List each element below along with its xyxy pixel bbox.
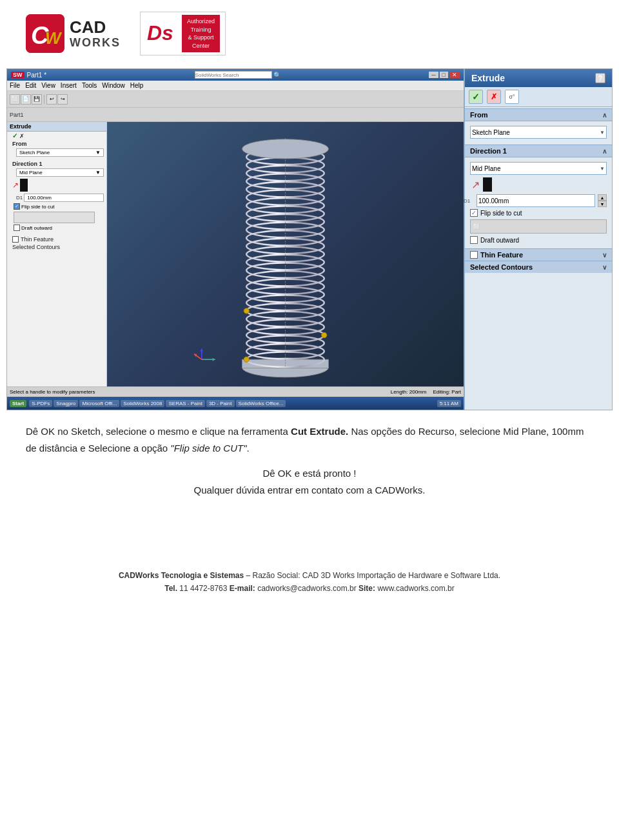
sw-panel-header: Extrude (7, 122, 106, 132)
selected-contours-expand-btn[interactable]: ∨ (602, 264, 607, 271)
extrude-cancel-btn[interactable]: ✗ (487, 90, 501, 104)
from-collapse-btn[interactable]: ∧ (602, 112, 607, 119)
thin-checkbox[interactable] (12, 236, 19, 243)
taskbar-item-5[interactable]: SERAS - Paint (166, 400, 204, 407)
footer-email: cadworks@cadworks.com.br (255, 584, 359, 593)
coordinate-axes (194, 349, 215, 361)
direction-dropdown[interactable]: Mid Plane ▼ (16, 168, 104, 177)
extrude-panel-title: Extrude ? (465, 69, 612, 87)
taskbar-time: 5:11 AM (437, 400, 461, 407)
taskbar-item-2[interactable]: Snagpro (54, 400, 78, 407)
value-input[interactable]: 100.00mm (24, 194, 104, 202)
thin-feature-expand-btn[interactable]: ∨ (602, 252, 607, 259)
spin-up-btn[interactable]: ▲ (598, 194, 607, 201)
toolbar-btn-4[interactable]: ↩ (46, 94, 57, 105)
direction-arrow-icon: ↗ (470, 179, 480, 190)
menu-tools[interactable]: Tools (82, 82, 97, 89)
sw-statusbar: Select a handle to modify parameters Len… (7, 386, 464, 397)
sw-toolbar-2: Part1 (7, 108, 464, 122)
footer-area: CADWorks Tecnologia e Sistemas – Razão S… (0, 505, 619, 608)
menu-insert[interactable]: Insert (61, 82, 77, 89)
taskbar-items: S-PDFs Snagpro Microsoft Offi... SolidWo… (29, 400, 434, 407)
draft-outward-label: Draft outward (480, 237, 519, 244)
toolbar-btn-2[interactable]: 📄 (21, 94, 31, 105)
footer-company-bold: CADWorks Tecnologia e Sistemas (119, 571, 244, 580)
footer-line2: Tel. 11 4472-8763 E-mail: cadworks@cadwo… (0, 582, 619, 595)
extrude-ok-btn[interactable]: ✓ (469, 90, 483, 104)
cw-icon: C W (26, 14, 64, 53)
toolbar-btn-3[interactable]: 💾 (32, 94, 42, 105)
para1-bold: Cut Extrude. (291, 426, 348, 437)
from-section-header: From ∧ (465, 108, 612, 121)
para1-part1: Dê OK no Sketch, selecione o mesmo e cli… (26, 426, 291, 437)
taskbar-item-3[interactable]: Microsoft Offi... (79, 400, 119, 407)
draft-checkbox[interactable] (14, 225, 20, 231)
menu-edit[interactable]: Edit (25, 82, 36, 89)
footer-site: www.cadworks.com.br (375, 584, 455, 593)
taskbar-item-4[interactable]: SolidWorks 2008 (121, 400, 164, 407)
sw-window: SW Part1 * 🔍 ─ □ ✕ File Edit View Insert… (7, 69, 464, 410)
solidworks-logo: Ds Authorized Training & Support Center (140, 12, 226, 55)
feature-draft: Draft outward (7, 224, 106, 232)
sketch-plane-row: Sketch Plane ▼ (470, 126, 607, 139)
taskbar-start[interactable]: Start (10, 400, 26, 407)
footer-tel-num: 11 4472-8763 (177, 584, 230, 593)
menu-window[interactable]: Window (102, 82, 125, 89)
from-dropdown[interactable]: Sketch Plane ▼ (16, 148, 104, 157)
sw-maximize-btn[interactable]: □ (440, 72, 448, 78)
selected-contours-label: Selected Contours (470, 263, 533, 271)
sw-close-btn[interactable]: ✕ (449, 72, 460, 78)
feature-flip: ✓ Flip side to cut (7, 203, 106, 210)
dimension-row: D1 100.00mm ▲ ▼ (470, 194, 607, 207)
menu-view[interactable]: View (41, 82, 55, 89)
sw-content: Extrude ✓ ✗ From Sketch Plane ▼ (7, 122, 464, 386)
taskbar-item-1[interactable]: S-PDFs (29, 400, 52, 407)
main-paragraph: Dê OK no Sketch, selecione o mesmo e cli… (26, 423, 593, 456)
extrude-settings-btn[interactable]: σ° (505, 90, 519, 104)
flip-side-checkbox[interactable]: ✓ (470, 209, 478, 217)
direction1-collapse-btn[interactable]: ∧ (602, 148, 607, 155)
thin-feature-checkbox[interactable] (470, 251, 478, 259)
toolbar-btn-1[interactable]: ⬜ (10, 94, 20, 105)
taskbar-item-7[interactable]: SolidWorks Office... (236, 400, 286, 407)
para2: Dê OK e está pronto ! Qualquer dúvida en… (26, 465, 593, 498)
from-section-content: Sketch Plane ▼ (465, 121, 612, 143)
footer-email-bold: E-mail: (230, 584, 255, 593)
spring-visualization (107, 122, 464, 386)
dimension-value[interactable]: 100.00mm (477, 194, 595, 207)
thin-feature-label: Thin Feature (480, 251, 523, 259)
status-text: Select a handle to modify parameters (10, 389, 95, 395)
draft-outward-checkbox[interactable] (470, 236, 478, 244)
svg-marker-41 (200, 349, 203, 352)
direction-color-block (483, 177, 492, 192)
feature-value: D1 100.00mm (7, 193, 106, 203)
spin-down-btn[interactable]: ▼ (598, 201, 607, 207)
sw-minimize-btn[interactable]: ─ (429, 72, 438, 78)
menu-file[interactable]: File (10, 82, 20, 89)
menu-help[interactable]: Help (130, 82, 144, 89)
feature-from: From (7, 140, 106, 148)
sw-search-box: 🔍 (195, 71, 281, 79)
page-header: C W CAD WORKS Ds Authorized Training & S… (0, 0, 619, 62)
selected-contours-section[interactable]: Selected Contours ∨ (465, 261, 612, 273)
thin-feature-section[interactable]: Thin Feature ∨ (465, 248, 612, 261)
value-row: ↗ (470, 177, 607, 192)
feature-sketch-plane: Sketch Plane ▼ (7, 148, 106, 157)
sketch-plane-dropdown[interactable]: Sketch Plane ▼ (470, 126, 607, 139)
para1-end: . (247, 443, 250, 454)
sw-logo-text: SW Part1 * (11, 72, 46, 79)
flip-checkbox[interactable]: ✓ (14, 203, 20, 210)
toolbar-btn-5[interactable]: ↪ (57, 94, 68, 105)
sw-search-input[interactable] (195, 71, 272, 79)
svg-point-37 (242, 139, 329, 159)
feature-thin: Thin Feature (7, 235, 106, 243)
feature-mid-plane: Mid Plane ▼ (7, 168, 106, 177)
mid-plane-arrow: ▼ (600, 166, 605, 172)
extrude-help-btn[interactable]: ? (595, 73, 605, 83)
mid-plane-dropdown[interactable]: Mid Plane ▼ (470, 162, 607, 175)
length-label: Length: 200mm (391, 389, 427, 395)
taskbar-item-6[interactable]: 3D - Paint (206, 400, 235, 407)
mid-plane-label: Mid Plane (472, 165, 500, 172)
cadworks-logo: C W CAD WORKS (26, 14, 121, 53)
feature-direction: Direction 1 (7, 160, 106, 168)
